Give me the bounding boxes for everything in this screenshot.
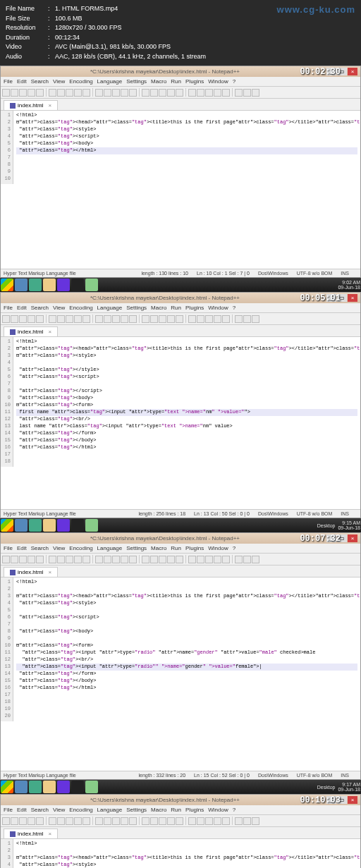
toolbar-icon[interactable] (104, 315, 111, 323)
toolbar-icon[interactable] (19, 315, 27, 323)
toolbar-icon[interactable] (95, 89, 103, 97)
code-editor[interactable]: 1234567891011121314151617181920<!html> ⊟… (1, 577, 360, 721)
toolbar-icon[interactable] (36, 556, 44, 563)
menu-run[interactable]: Run (171, 807, 181, 813)
toolbar-icon[interactable] (252, 315, 259, 323)
toolbar-icon[interactable] (252, 817, 259, 825)
toolbar-icon[interactable] (235, 315, 243, 323)
editor-empty-area[interactable] (1, 721, 360, 771)
start-button[interactable] (1, 519, 13, 532)
menu-bar[interactable]: FileEditSearchViewEncodingLanguageSettin… (1, 77, 360, 87)
toolbar-icon[interactable] (176, 89, 183, 97)
toolbar-icon[interactable] (112, 556, 120, 563)
windows-taskbar[interactable]: Desktop9:17 AM09-Jun-18 (0, 780, 361, 794)
toolbar-icon[interactable] (188, 315, 196, 323)
toolbar-icon[interactable] (66, 89, 73, 97)
toolbar-icon[interactable] (82, 817, 90, 825)
toolbar[interactable] (1, 313, 360, 325)
toolbar-icon[interactable] (205, 817, 213, 825)
code-editor[interactable]: 123456789101112131415161718<!html>⊟"attr… (1, 337, 360, 467)
vs-icon[interactable] (57, 781, 70, 793)
toolbar-icon[interactable] (57, 89, 65, 97)
toolbar-icon[interactable] (243, 817, 251, 825)
toolbar-icon[interactable] (222, 817, 230, 825)
menu-file[interactable]: File (4, 807, 13, 813)
tab-bar[interactable]: index.html× (1, 827, 360, 839)
toolbar-icon[interactable] (188, 817, 196, 825)
toolbar-icon[interactable] (104, 89, 111, 97)
system-tray[interactable]: Desktop9:15 AM09-Jun-18 (317, 520, 360, 530)
start-button[interactable] (1, 279, 13, 291)
menu-file[interactable]: File (4, 545, 13, 551)
menu-?[interactable]: ? (233, 78, 235, 85)
toolbar-icon[interactable] (197, 817, 204, 825)
toolbar-icon[interactable] (252, 556, 259, 563)
toolbar-icon[interactable] (167, 89, 175, 97)
menu-view[interactable]: View (53, 305, 65, 311)
vs-icon[interactable] (57, 519, 70, 532)
explorer-icon[interactable] (43, 781, 56, 793)
code-content[interactable]: <!html>⊟"attr">class="tag"><head>"attr">… (13, 337, 360, 467)
menu-language[interactable]: Language (97, 78, 123, 85)
menu-macro[interactable]: Macro (151, 807, 166, 813)
toolbar-icon[interactable] (235, 817, 243, 825)
toolbar-icon[interactable] (188, 556, 196, 563)
toolbar-icon[interactable] (112, 89, 120, 97)
menu-search[interactable]: Search (31, 807, 49, 813)
toolbar-icon[interactable] (176, 817, 183, 825)
menu-view[interactable]: View (53, 807, 65, 813)
toolbar-icon[interactable] (159, 817, 166, 825)
toolbar-icon[interactable] (214, 315, 221, 323)
menu-plugins[interactable]: Plugins (185, 545, 204, 551)
tab-close-icon[interactable]: × (48, 102, 51, 109)
toolbar-icon[interactable] (142, 817, 149, 825)
chrome-icon[interactable] (29, 781, 42, 793)
menu-run[interactable]: Run (171, 545, 181, 551)
toolbar-icon[interactable] (11, 556, 18, 563)
toolbar-icon[interactable] (197, 89, 204, 97)
explorer-icon[interactable] (43, 519, 56, 532)
toolbar-icon[interactable] (121, 315, 128, 323)
system-tray[interactable]: 9:02 AM09-Jun-18 (338, 280, 360, 290)
menu-language[interactable]: Language (97, 807, 123, 813)
toolbar-icon[interactable] (214, 556, 221, 563)
toolbar-icon[interactable] (121, 556, 128, 563)
menu-edit[interactable]: Edit (17, 545, 27, 551)
tab-bar[interactable]: index.html× (1, 566, 360, 577)
menu-plugins[interactable]: Plugins (185, 807, 204, 813)
chrome-icon[interactable] (29, 279, 42, 291)
toolbar-icon[interactable] (243, 556, 251, 563)
windows-taskbar[interactable]: 9:02 AM09-Jun-18 (0, 278, 361, 292)
toolbar[interactable] (1, 554, 360, 566)
menu-edit[interactable]: Edit (17, 807, 27, 813)
toolbar-icon[interactable] (129, 556, 137, 563)
toolbar-icon[interactable] (205, 89, 213, 97)
menu-bar[interactable]: FileEditSearchViewEncodingLanguageSettin… (1, 544, 360, 554)
toolbar-icon[interactable] (27, 315, 35, 323)
tab-index-html[interactable]: index.html× (4, 100, 58, 110)
toolbar-icon[interactable] (2, 315, 10, 323)
cmd-icon[interactable] (71, 279, 84, 291)
tab-close-icon[interactable]: × (48, 831, 51, 837)
menu-edit[interactable]: Edit (17, 305, 27, 311)
toolbar-icon[interactable] (27, 817, 35, 825)
menu-language[interactable]: Language (97, 305, 123, 311)
toolbar-icon[interactable] (36, 315, 44, 323)
menu-encoding[interactable]: Encoding (69, 78, 92, 85)
toolbar-icon[interactable] (197, 556, 204, 563)
toolbar-icon[interactable] (74, 556, 82, 563)
menu-file[interactable]: File (4, 78, 13, 85)
menu-?[interactable]: ? (233, 305, 235, 311)
menu-bar[interactable]: FileEditSearchViewEncodingLanguageSettin… (1, 805, 360, 815)
toolbar-icon[interactable] (159, 315, 166, 323)
menu-settings[interactable]: Settings (126, 305, 147, 311)
toolbar-icon[interactable] (142, 315, 149, 323)
menu-window[interactable]: Window (208, 807, 228, 813)
toolbar-icon[interactable] (82, 89, 90, 97)
toolbar-icon[interactable] (49, 315, 56, 323)
close-button[interactable]: × (348, 796, 357, 804)
menu-view[interactable]: View (53, 545, 65, 551)
menu-run[interactable]: Run (171, 305, 181, 311)
menu-plugins[interactable]: Plugins (185, 305, 204, 311)
menu-window[interactable]: Window (208, 305, 228, 311)
